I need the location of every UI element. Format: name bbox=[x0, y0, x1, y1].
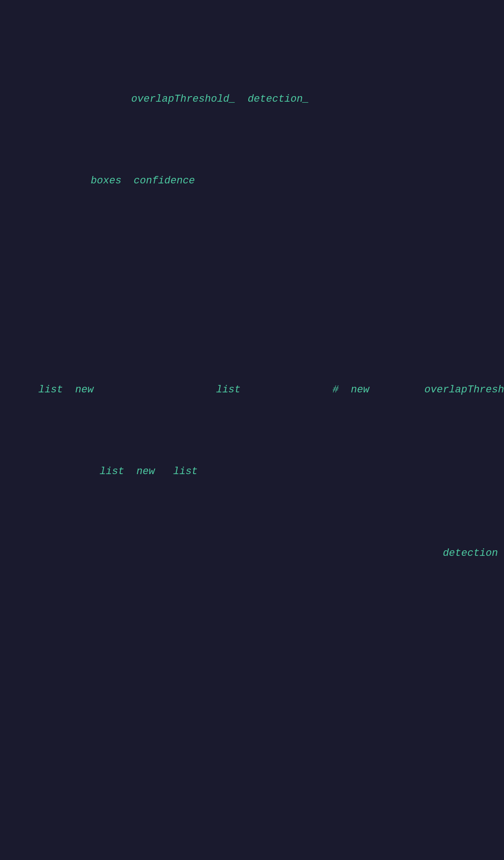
line2-text: list new list bbox=[39, 466, 198, 477]
code-editor: overlapThreshold_ detection_ boxes confi… bbox=[0, 0, 504, 860]
code-line-1: list new list # new overlapThreshold bbox=[14, 365, 490, 415]
code-line-2: list new list bbox=[14, 447, 490, 496]
subtitle-line: boxes confidence bbox=[14, 156, 490, 206]
line3-text: detection bbox=[39, 547, 498, 559]
title-line: overlapThreshold_ detection_ bbox=[14, 75, 490, 124]
overlap-threshold-label: overlapThreshold_ detection_ bbox=[131, 93, 309, 105]
line1-text: list new list # new overlapThreshold bbox=[39, 384, 504, 396]
boxes-confidence-label: boxes confidence bbox=[66, 175, 195, 187]
code-line-3: detection bbox=[14, 529, 490, 578]
